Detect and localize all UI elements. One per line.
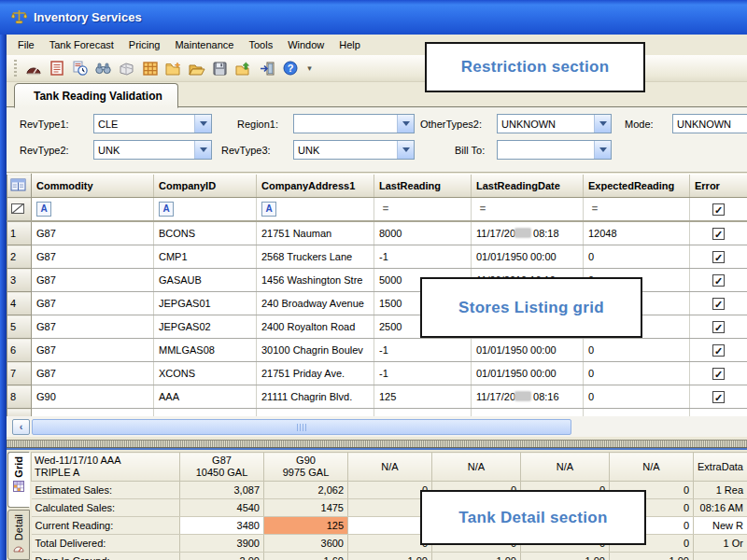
cell-error[interactable]: ✓ [690, 245, 747, 269]
cell-lastreadingdate[interactable]: 01/01/1950 00:00 [472, 245, 584, 269]
row-selector-header[interactable] [7, 175, 32, 198]
text-filter-icon[interactable]: A [159, 202, 174, 217]
menu-pricing[interactable]: Pricing [121, 36, 168, 53]
text-filter-icon[interactable]: A [36, 202, 51, 217]
equals-filter-icon[interactable]: = [476, 203, 489, 216]
col-header-commodity[interactable]: Commodity [32, 175, 154, 198]
cell-companyaddress1[interactable]: 2400 Royalton Road [257, 315, 374, 339]
text-filter-icon[interactable]: A [261, 202, 276, 217]
cell-commodity[interactable]: G87 [32, 245, 154, 269]
filter-cell-companyid[interactable]: A [154, 198, 257, 222]
clear-filter-button[interactable] [7, 198, 32, 222]
cell-companyaddress1[interactable]: 240 Broadway Avenue [257, 292, 374, 315]
cell-companyaddress1[interactable]: 21751 Priday Ave. [257, 362, 374, 385]
cell-lastreadingdate[interactable]: 01/01/1950 00:00 [472, 362, 584, 385]
cell-companyid[interactable]: JEPGAS01 [154, 292, 257, 315]
chevron-down-icon[interactable] [397, 115, 414, 133]
col-header-lastreading[interactable]: LastReading [374, 175, 472, 198]
cell-companyid[interactable]: MMLGAS08 [154, 339, 257, 362]
printer-icon[interactable] [115, 58, 138, 79]
schedule-icon[interactable] [68, 58, 92, 79]
checkbox-checked[interactable]: ✓ [712, 251, 725, 263]
revtype1-combo[interactable]: CLE [93, 114, 212, 133]
menu-help[interactable]: Help [331, 36, 368, 53]
cell-lastreadingdate[interactable]: 01/01/1950 00:00 [472, 339, 584, 362]
row-number[interactable]: 4 [7, 292, 32, 315]
cell-expectedreading[interactable]: 0 [584, 385, 690, 409]
new-folder-icon[interactable] [162, 58, 185, 79]
report-icon[interactable] [45, 58, 68, 79]
cell-error[interactable]: ✓ [690, 315, 747, 339]
checkbox-checked[interactable]: ✓ [712, 203, 725, 216]
cell-companyid[interactable]: CMP1 [154, 245, 257, 269]
filter-cell-lastreadingdate[interactable]: = [472, 198, 584, 222]
cell-companyid[interactable]: BCONS [154, 221, 257, 245]
cell-companyaddress1[interactable]: 1456 Washington Stre [257, 269, 374, 292]
open-folder-icon[interactable] [185, 58, 208, 79]
cell-companyaddress1[interactable]: 21111 Chagrin Blvd. [257, 385, 374, 409]
horizontal-scrollbar[interactable]: ‹ [7, 416, 747, 437]
exit-icon[interactable] [255, 58, 278, 79]
menu-file[interactable]: File [10, 36, 42, 53]
toolbar-grip-handle[interactable] [14, 60, 17, 77]
region1-combo[interactable] [293, 114, 415, 133]
cell-companyid[interactable]: XCONS [154, 362, 257, 385]
revtype3-combo[interactable]: UNK [293, 140, 415, 160]
col-header-error[interactable]: Error [690, 175, 747, 198]
cell-expectedreading[interactable]: 12048 [584, 221, 690, 245]
chevron-down-icon[interactable] [397, 141, 414, 159]
tab-detail[interactable]: Detail [7, 510, 30, 560]
cell-commodity[interactable]: G87 [32, 221, 154, 245]
cell-lastreadingdate[interactable]: 11/17/20 08:16 [472, 385, 584, 409]
splitter-handle[interactable] [7, 440, 747, 448]
col-header-companyaddress1[interactable]: CompanyAddress1 [257, 175, 374, 198]
checkbox-checked[interactable]: ✓ [712, 344, 725, 357]
toolbar-overflow-chevron-down[interactable]: ▾ [303, 58, 316, 79]
equals-filter-icon[interactable]: = [588, 203, 601, 216]
menu-tank-forecast[interactable]: Tank Forecast [42, 36, 121, 53]
cell-companyaddress1[interactable]: 30100 Chagrin Boulev [257, 339, 374, 362]
menu-maintenance[interactable]: Maintenance [167, 36, 241, 53]
revtype2-combo[interactable]: UNK [93, 140, 212, 160]
cell-error[interactable]: ✓ [690, 292, 747, 315]
cell-error[interactable]: ✓ [690, 362, 747, 385]
filter-cell-error[interactable]: ✓ [690, 198, 747, 222]
checkbox-checked[interactable]: ✓ [712, 228, 725, 240]
cell-lastreading[interactable]: 125 [374, 385, 472, 409]
row-number[interactable]: 7 [7, 362, 32, 385]
filter-cell-lastreading[interactable]: = [374, 198, 472, 222]
checkbox-checked[interactable]: ✓ [712, 274, 725, 287]
row-number[interactable]: 6 [7, 339, 32, 362]
filter-cell-commodity[interactable]: A [32, 198, 154, 222]
help-icon[interactable]: ? [278, 58, 302, 79]
bill-to-combo[interactable] [497, 140, 612, 160]
cell-companyid[interactable]: AAA [154, 385, 257, 409]
checkbox-checked[interactable]: ✓ [712, 321, 725, 333]
gauge-icon[interactable] [21, 58, 45, 79]
col-header-expectedreading[interactable]: ExpectedReading [584, 175, 690, 198]
chevron-down-icon[interactable] [194, 141, 211, 159]
cell-lastreading[interactable]: -1 [374, 339, 472, 362]
row-number[interactable]: 3 [7, 269, 32, 292]
cell-expectedreading[interactable]: 0 [584, 362, 690, 385]
cell-error[interactable]: ✓ [690, 221, 747, 245]
row-number[interactable]: 2 [7, 245, 32, 269]
equals-filter-icon[interactable]: = [379, 203, 392, 216]
cell-error[interactable]: ✓ [690, 269, 747, 292]
tab-grid[interactable]: Grid [7, 452, 30, 508]
col-header-lastreadingdate[interactable]: LastReadingDate [472, 175, 584, 198]
cell-expectedreading[interactable]: 0 [584, 339, 690, 362]
row-number[interactable]: 1 [7, 221, 32, 245]
save-icon[interactable] [208, 58, 232, 79]
row-number[interactable]: 8 [7, 385, 32, 409]
mode-input[interactable]: UNKNOWN [672, 114, 747, 133]
cell-commodity[interactable]: G87 [32, 292, 154, 315]
checkbox-checked[interactable]: ✓ [712, 391, 725, 403]
cell-lastreading[interactable]: -1 [374, 362, 472, 385]
table-icon[interactable] [138, 58, 162, 79]
chevron-down-icon[interactable] [594, 115, 611, 133]
cell-expectedreading[interactable]: 0 [584, 245, 690, 269]
chevron-down-icon[interactable] [594, 141, 611, 159]
cell-companyid[interactable]: GASAUB [154, 269, 257, 292]
col-header-companyid[interactable]: CompanyID [154, 175, 257, 198]
